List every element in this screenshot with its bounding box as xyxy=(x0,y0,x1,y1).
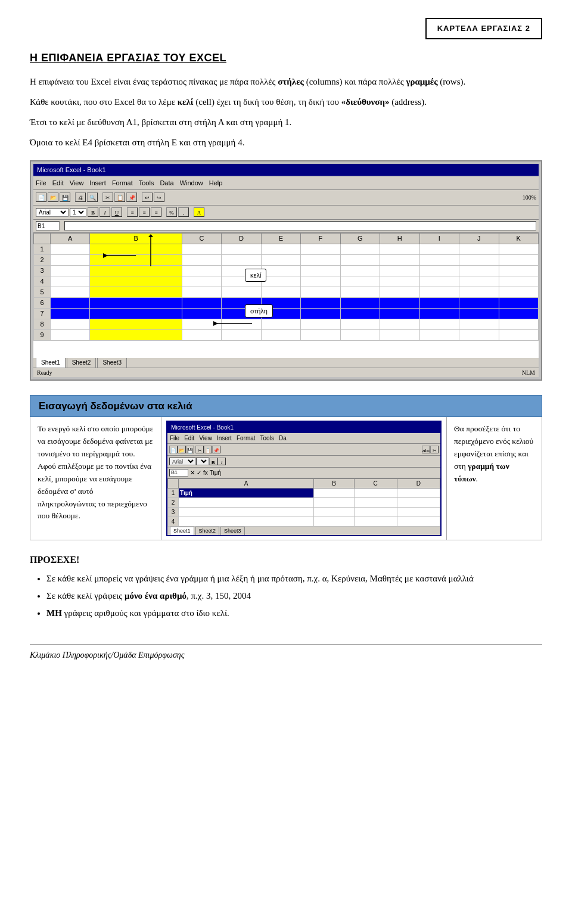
mini-size-select[interactable]: 10 xyxy=(196,458,209,465)
align-left-icon[interactable]: ≡ xyxy=(127,207,138,217)
formula-input[interactable] xyxy=(64,221,536,231)
cell-h1[interactable] xyxy=(380,244,419,254)
mini-menu-insert[interactable]: Insert xyxy=(217,434,232,443)
cell-f1[interactable] xyxy=(301,244,340,254)
mini-fx-icon[interactable]: fx xyxy=(203,468,208,477)
mini-open-icon[interactable]: 📂 xyxy=(178,446,186,453)
mini-cell-c1[interactable] xyxy=(354,489,397,498)
cell-g1[interactable] xyxy=(340,244,380,254)
row-num-2: 2 xyxy=(34,254,51,265)
mini-new-icon[interactable]: 📄 xyxy=(169,446,178,453)
comma-icon[interactable]: , xyxy=(178,207,189,217)
mini-menu-da[interactable]: Da xyxy=(279,434,287,443)
menu-format[interactable]: Format xyxy=(112,178,133,188)
num-lock-indicator: NLM xyxy=(522,368,535,377)
mini-cell-d1[interactable] xyxy=(397,489,440,498)
cell-e1[interactable] xyxy=(261,244,300,254)
italic-icon[interactable]: I xyxy=(100,207,110,217)
mini-font-select[interactable]: Arial xyxy=(169,458,196,465)
cell-reference-box[interactable]: B1 xyxy=(36,221,60,231)
mini-menu-tools[interactable]: Tools xyxy=(260,434,274,443)
kartela-label: ΚΑΡΤΕΛΑ ΕΡΓΑΣΙΑΣ 2 xyxy=(425,18,542,39)
new-icon[interactable]: 📄 xyxy=(36,192,46,202)
menu-file[interactable]: File xyxy=(36,178,46,188)
sheet-tab-2[interactable]: Sheet2 xyxy=(67,357,97,368)
menu-data[interactable]: Data xyxy=(160,178,173,188)
mini-cell-b1[interactable] xyxy=(314,489,354,498)
undo-icon[interactable]: ↩ xyxy=(142,192,153,202)
prosexe-list: Σε κάθε κελί μπορείς να γράψεις ένα γράμ… xyxy=(46,571,542,620)
open-icon[interactable]: 📂 xyxy=(48,192,58,202)
sheet-tab-3[interactable]: Sheet3 xyxy=(97,357,127,368)
redo-icon[interactable]: ↪ xyxy=(154,192,164,202)
mini-formula-bar: B1 ✕ ✓ fx Τιμή xyxy=(167,468,440,478)
preview-icon[interactable]: 🔍 xyxy=(87,192,98,202)
mini-italic-icon[interactable]: I xyxy=(217,458,226,465)
mini-row-1: 1 xyxy=(168,489,179,498)
mini-excel-panel: Microsoft Excel - Book1 File Edit View I… xyxy=(161,417,446,540)
cell-j1[interactable] xyxy=(459,244,499,254)
print-icon[interactable]: 🖨 xyxy=(75,192,86,202)
mini-menu-format[interactable]: Format xyxy=(237,434,256,443)
intro-paragraph-1: Η επιφάνεια του Excel είναι ένας τεράστι… xyxy=(30,74,542,89)
menu-insert[interactable]: Insert xyxy=(89,178,106,188)
bold-icon[interactable]: B xyxy=(88,207,98,217)
mini-confirm-icon[interactable]: ✓ xyxy=(197,468,201,477)
mini-cut2-icon[interactable]: ✂ xyxy=(430,446,439,453)
mini-sheet-tab-2[interactable]: Sheet2 xyxy=(195,527,220,536)
sheet-tab-1[interactable]: Sheet1 xyxy=(36,357,66,368)
mini-excel-screenshot: Microsoft Excel - Book1 File Edit View I… xyxy=(166,421,442,536)
save-icon[interactable]: 💾 xyxy=(60,192,70,202)
mini-cell-ref[interactable]: B1 xyxy=(169,469,188,477)
mini-cell-a1[interactable]: Τιμή xyxy=(179,489,314,498)
col-header-h: H xyxy=(380,233,419,244)
mini-menu-edit[interactable]: Edit xyxy=(184,434,194,443)
data-entry-section: Το ενεργό κελί στο οποίο μπορούμε να εισ… xyxy=(30,417,542,540)
mini-menu-file[interactable]: File xyxy=(170,434,179,443)
callout-stili: στήλη xyxy=(245,304,273,318)
menu-edit[interactable]: Edit xyxy=(52,178,64,188)
table-row: 3 xyxy=(34,265,539,276)
mini-sheet-tab-3[interactable]: Sheet3 xyxy=(220,527,245,536)
mini-excel-toolbar2: Arial 10 B I xyxy=(167,456,440,468)
left-panel-text: Το ενεργό κελί στο οποίο μπορούμε να εισ… xyxy=(38,423,154,522)
menu-help[interactable]: Help xyxy=(209,178,223,188)
cell-i1[interactable] xyxy=(419,244,459,254)
menu-window[interactable]: Window xyxy=(180,178,203,188)
row-num-5: 5 xyxy=(34,287,51,297)
menu-tools[interactable]: Tools xyxy=(139,178,154,188)
cell-d1[interactable] xyxy=(222,244,261,254)
mini-cancel-icon[interactable]: ✕ xyxy=(190,468,195,477)
mini-copy-icon[interactable]: 📋 xyxy=(204,446,212,453)
mini-menu-view[interactable]: View xyxy=(199,434,212,443)
cell-c1[interactable] xyxy=(182,244,221,254)
left-text-panel: Το ενεργό κελί στο οποίο μπορούμε να εισ… xyxy=(30,417,161,540)
col-header-c: C xyxy=(182,233,221,244)
cut-icon[interactable]: ✂ xyxy=(102,192,113,202)
mini-col-a: A xyxy=(179,479,314,489)
font-select[interactable]: Arial xyxy=(36,208,69,217)
mini-save-icon[interactable]: 💾 xyxy=(186,446,194,453)
page-footer: Κλιμάκιο Πληροφορικής/Ομάδα Επιμόρφωσης xyxy=(30,645,542,661)
mini-sheet-tab-1[interactable]: Sheet1 xyxy=(170,527,194,536)
cell-a1[interactable] xyxy=(51,244,90,254)
excel-grid-area: A B C D E F G H I J K 1 xyxy=(33,233,539,358)
mini-bold-icon[interactable]: B xyxy=(209,458,217,465)
cell-k1[interactable] xyxy=(499,244,538,254)
mini-cut-icon[interactable]: ✂ xyxy=(195,446,204,453)
size-select[interactable]: 10 xyxy=(70,208,86,217)
row-num-9: 9 xyxy=(34,329,51,340)
fill-color-icon[interactable]: A xyxy=(194,207,204,217)
footer-text: Κλιμάκιο Πληροφορικής/Ομάδα Επιμόρφωσης xyxy=(30,651,184,659)
mini-spellcheck-icon[interactable]: abc xyxy=(422,446,430,453)
prosexe-title: ΠΡΟΣΕΧΕ! xyxy=(30,552,542,568)
mini-paste-icon[interactable]: 📌 xyxy=(212,446,220,453)
align-right-icon[interactable]: ≡ xyxy=(151,207,161,217)
paste-icon[interactable]: 📌 xyxy=(126,192,137,202)
list-item: Σε κάθε κελί γράφεις μόνο ένα αριθμό, π.… xyxy=(46,589,542,603)
menu-view[interactable]: View xyxy=(70,178,84,188)
copy-icon[interactable]: 📋 xyxy=(114,192,125,202)
percent-icon[interactable]: % xyxy=(166,207,177,217)
align-center-icon[interactable]: ≡ xyxy=(139,207,150,217)
underline-icon[interactable]: U xyxy=(111,207,122,217)
